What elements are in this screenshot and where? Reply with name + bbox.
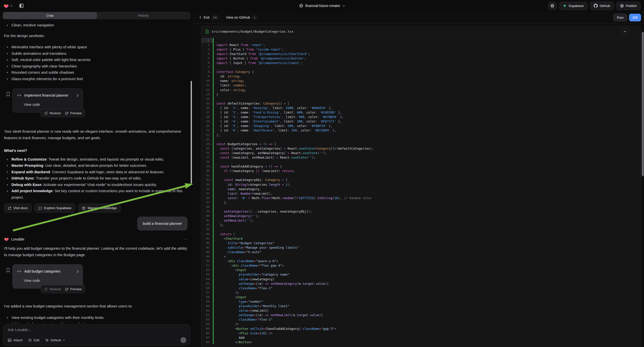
line-number: 16	[203, 106, 209, 110]
line-number: 14	[203, 97, 209, 100]
diff-added-gutter	[213, 173, 214, 178]
agent-header: Lovable⋯	[4, 236, 188, 242]
view-code-link[interactable]: View code	[17, 102, 79, 108]
version-card-wrap: <>Implement financial plannerView codeRe…	[12, 88, 83, 112]
manage-knowledge-button[interactable]: Manage knowledge	[78, 204, 120, 212]
line-number: 68	[203, 340, 209, 344]
code-line: 26 const [newCategory, setNewCategory] =…	[202, 150, 641, 155]
g-shortcut-badge: G	[252, 16, 257, 20]
code-line: 14	[202, 96, 641, 101]
attach-button[interactable]: Attach	[8, 338, 23, 342]
code-line: 45 <ChartCard	[202, 236, 641, 241]
view-on-github-link[interactable]: View on GitHub	[226, 16, 250, 20]
code-line: 40 setNewCategory('');	[202, 214, 641, 218]
line-number: 13	[203, 93, 209, 96]
toggle-sidebar-button[interactable]	[17, 2, 26, 10]
github-button[interactable]: GitHub	[590, 2, 614, 10]
publish-button[interactable]: Publish	[616, 2, 640, 10]
line-number: 54	[203, 278, 209, 281]
code-line: 64 />	[202, 322, 641, 326]
chat-paragraph: I'll help you add budget categories to t…	[4, 245, 188, 258]
user-message-bubble: build a financial planner	[137, 216, 188, 230]
view-code-link[interactable]: View code	[17, 278, 79, 284]
chat-input[interactable]	[8, 328, 186, 334]
code-line: 21 { id: '6', name: 'Healthcare', limit:…	[202, 128, 641, 133]
code-line: 4import ChartCard from '@/components/ui/…	[202, 52, 641, 56]
code-line: 68 </Button>	[202, 340, 641, 344]
code-file-card: src/components/budget/BudgetCategories.t…	[201, 26, 641, 347]
raw-toggle-button[interactable]: Raw	[614, 14, 627, 22]
fold-chevron-icon[interactable]: ⌄	[209, 71, 212, 73]
preview-button[interactable]: Preview	[65, 286, 82, 292]
lovable-logo-menu[interactable]	[4, 3, 13, 8]
project-switcher[interactable]: financial-future-creator	[299, 4, 345, 8]
fold-chevron-icon[interactable]: ⌄	[209, 179, 212, 181]
code-editor[interactable]: 12import React from 'react';3import { Pl…	[202, 37, 641, 344]
fold-chevron-icon[interactable]: ⌄	[209, 102, 212, 104]
line-number: 53	[203, 273, 209, 276]
restore-button[interactable]: Restore	[44, 110, 61, 116]
globe-icon	[299, 4, 303, 8]
chat-bullet-list: Clean, intuitive navigation	[4, 22, 188, 28]
line-number: 50	[203, 260, 209, 262]
line-number: 47	[203, 246, 209, 249]
edit-button[interactable]: Edit	[28, 338, 39, 342]
line-number: 42	[203, 223, 209, 226]
fold-chevron-icon[interactable]: ⌄	[209, 143, 212, 145]
code-line: 58 <Input	[202, 295, 641, 299]
chat-bullet-list: Minimalist interface with plenty of whit…	[4, 44, 188, 82]
explore-supabase-button[interactable]: Explore Supabase	[34, 204, 75, 212]
line-number: 34	[203, 188, 209, 191]
line-number: 61	[203, 309, 209, 312]
window-scrollbar[interactable]	[642, 32, 644, 176]
bookmark-button[interactable]	[6, 268, 10, 272]
code-line: 24⌄const BudgetCategories = () => {	[202, 142, 641, 146]
settings-button[interactable]: ⚙	[548, 2, 556, 10]
line-number: 9	[203, 75, 209, 78]
project-name: financial-future-creator	[305, 4, 340, 8]
chat-bullet: Minimalist interface with plenty of whit…	[4, 44, 188, 50]
chat-scrollbar[interactable]	[191, 81, 192, 184]
chat-bullet: Glass-morphic elements for a premium fee…	[4, 76, 188, 82]
version-card[interactable]: <>Implement financial plannerView codeRe…	[12, 88, 83, 112]
chat-history-tabs: Chat History	[2, 12, 190, 20]
line-number: 57	[203, 291, 209, 294]
send-button[interactable]: ↑	[180, 337, 186, 343]
restore-button[interactable]: Restore	[44, 286, 61, 292]
bookmark-icon	[6, 268, 10, 272]
line-number: 55	[203, 282, 209, 285]
diff-added-gutter	[213, 65, 214, 70]
code-line: 8⌄interface Category {	[202, 70, 641, 74]
line-number: 19	[203, 120, 209, 123]
bookmark-button[interactable]	[6, 92, 10, 96]
agent-name: Lovable	[11, 236, 24, 242]
code-line: 13}	[202, 92, 641, 96]
exit-button[interactable]: Exit	[204, 16, 209, 20]
code-line: 6import { Input } from '@/components/ui/…	[202, 60, 641, 65]
fold-chevron-icon[interactable]: ⌄	[209, 165, 212, 168]
message-menu-button[interactable]: ⋯	[184, 236, 188, 242]
line-number: 46	[203, 242, 209, 245]
line-number: 12	[203, 88, 209, 92]
code-line: 57 />	[202, 290, 641, 295]
line-number: 25	[203, 147, 209, 150]
version-card[interactable]: <>Add budget categoriesView codeRestoreP…	[12, 264, 83, 288]
visit-docs-button[interactable]: Visit docs	[4, 204, 32, 212]
gear-icon: ⚙	[550, 4, 554, 8]
preview-button[interactable]: Preview	[65, 110, 82, 116]
tab-chat[interactable]: Chat	[3, 12, 97, 19]
file-added-icon	[205, 29, 209, 34]
chat-bubble-icon	[38, 206, 42, 210]
collapse-file-button[interactable]	[622, 28, 628, 35]
line-number: 56	[203, 286, 209, 290]
target-icon	[28, 338, 32, 342]
diff-toggle-button[interactable]: Diff	[629, 14, 641, 22]
line-number: 8	[203, 70, 209, 74]
chat-heading: What's next?	[4, 147, 188, 154]
chat-bullet: Refine & Customize: Tweak the design, an…	[4, 156, 188, 162]
code-line: 15⌄const defaultCategories: Category[] =…	[202, 101, 641, 106]
mode-selector[interactable]: Default	[45, 338, 65, 342]
supabase-button[interactable]: Supabase	[559, 2, 588, 10]
line-number: 29	[203, 165, 209, 168]
tab-history[interactable]: History	[97, 12, 190, 19]
